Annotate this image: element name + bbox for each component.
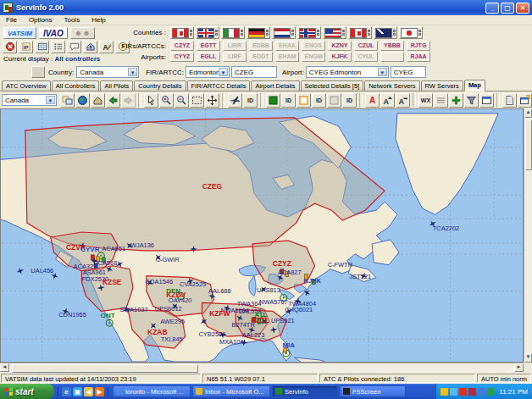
map-canvas[interactable]: UAL456ACA851WJA136C-GWIRDCA568ACA329ASA9… (0, 108, 524, 363)
fir-button-EGTT[interactable]: EGTT (197, 41, 220, 51)
disconnect-button[interactable] (3, 41, 17, 53)
id-button[interactable]: ID (281, 93, 296, 108)
flag-canada-button[interactable] (170, 26, 194, 39)
tray-phone-icon[interactable] (468, 388, 476, 396)
ivao-logo-button[interactable]: IVAO (39, 27, 68, 39)
square-gray-icon[interactable] (327, 93, 341, 108)
folder-icon[interactable]: ◀ (84, 387, 93, 396)
fir-button-RJTG[interactable]: RJTG (407, 41, 430, 51)
horizontal-scroll-thumb[interactable] (12, 364, 198, 373)
map-horizontal-scrollbar[interactable]: ◄ ► (0, 363, 524, 373)
id-button[interactable]: ID (243, 93, 258, 108)
start-button[interactable]: start (0, 384, 54, 399)
fir-button-YBBB[interactable]: YBBB (380, 41, 404, 51)
internet-explorer-icon[interactable]: e (62, 387, 71, 396)
arrow-left-icon[interactable] (106, 93, 120, 108)
scroll-down-icon[interactable]: ▼ (524, 353, 532, 363)
menu-options[interactable]: Options (23, 16, 58, 24)
zoom-in-icon[interactable] (159, 93, 174, 108)
scroll-up-icon[interactable]: ▲ (524, 108, 532, 118)
home-up-button[interactable] (83, 41, 97, 53)
tab-all-pilots[interactable]: All Pilots (100, 80, 133, 91)
globe-icon[interactable] (75, 93, 90, 108)
flag-netherlands-button[interactable] (272, 26, 296, 39)
airport-button-CYYZ[interactable]: CYYZ (170, 52, 194, 62)
tray-antivirus-icon[interactable] (459, 388, 467, 396)
tab-all-controllers[interactable]: All Controllers (52, 80, 100, 91)
flag-australia-button[interactable] (374, 26, 397, 39)
close-button[interactable]: ✕ (516, 3, 529, 14)
taskbar-window-fsscreen[interactable]: FSScreen (340, 385, 406, 397)
menu-tools[interactable]: Tools (58, 16, 86, 24)
tray-network-icon[interactable] (487, 388, 495, 396)
flag-germany-button[interactable] (247, 26, 270, 39)
airport-combo[interactable]: CYEG Edmonton▼ (306, 66, 389, 78)
vatsim-logo-button[interactable]: VATSIM (3, 27, 36, 39)
tray-messenger-icon[interactable] (450, 388, 457, 396)
chevron-down-icon[interactable]: ▼ (219, 68, 228, 76)
title-bar[interactable]: ServInfo 2.00 _ ▢ ✕ (0, 0, 532, 15)
doc-icon[interactable] (502, 93, 517, 108)
flag-usa-button[interactable] (323, 26, 346, 39)
chevron-down-icon[interactable]: ▼ (128, 68, 137, 76)
font-up-icon[interactable]: A (380, 93, 395, 108)
lock-button[interactable] (31, 66, 45, 78)
flag-canada-button[interactable] (348, 26, 372, 39)
tab-atc-overview[interactable]: ATC Overview (2, 80, 51, 91)
menu-file[interactable]: File (0, 16, 23, 24)
ip-button[interactable]: IP (19, 41, 33, 53)
square-green-icon[interactable] (266, 93, 280, 108)
chat-button[interactable] (67, 41, 81, 53)
font-red-icon[interactable]: A (365, 93, 380, 108)
map-region-combo[interactable]: Canada▼ (2, 94, 57, 106)
tray-users-icon[interactable] (478, 388, 485, 396)
fir-combo[interactable]: Edmonton▼ (186, 66, 230, 78)
font-down-icon[interactable]: A (396, 93, 410, 108)
list-button[interactable] (51, 41, 65, 53)
flag-italy-button[interactable] (221, 26, 245, 39)
id-button[interactable]: ID (312, 93, 326, 108)
taskbar-window-servinfo[interactable]: ServInfo (272, 385, 338, 397)
tab-selected-details-5-[interactable]: Selected Details [5] (301, 80, 364, 91)
grid-button[interactable] (35, 41, 49, 53)
flag-japan-button[interactable] (399, 26, 423, 39)
plane-icon[interactable] (228, 93, 242, 108)
media-player-icon[interactable]: ▶ (95, 387, 104, 396)
minimize-button[interactable]: _ (485, 3, 499, 14)
tab-fir-artcc-details[interactable]: FIR/ARTCC Details (187, 80, 251, 91)
wx-button[interactable]: WX (418, 93, 433, 108)
tab-country-details[interactable]: Country Details (134, 80, 186, 91)
map-vertical-scrollbar[interactable]: ▲ ▼ (524, 108, 532, 363)
label-edit-button[interactable]: A (99, 41, 114, 53)
fir-button-KZNY[interactable]: KZNY (328, 41, 352, 51)
funnel-icon[interactable] (464, 93, 479, 108)
tab-map[interactable]: Map (464, 80, 485, 91)
plus-green-icon[interactable] (449, 93, 463, 108)
window-new-icon[interactable] (518, 93, 532, 108)
restore-button[interactable]: ▢ (501, 3, 514, 14)
vertical-scroll-thumb[interactable] (525, 119, 532, 170)
taskbar-window-inbox-microsoft-o[interactable]: Inbox - Microsoft O... (192, 385, 270, 397)
tab-airport-details[interactable]: Airport Details (251, 80, 299, 91)
pan-icon[interactable] (205, 93, 219, 108)
fir-code-field[interactable]: CZEG (231, 66, 277, 78)
show-desktop-icon[interactable]: ▣ (73, 387, 82, 396)
chevron-down-icon[interactable]: ▼ (46, 96, 55, 104)
lines-icon[interactable] (434, 93, 448, 108)
airport-button-KJFK[interactable]: KJFK (328, 52, 352, 62)
flag-uk-button[interactable] (196, 26, 219, 39)
taskbar-window-toronto-microsoft[interactable]: toronto - Microsoft ... (113, 385, 191, 397)
tab-network-servers[interactable]: Network Servers (364, 80, 419, 91)
home-icon[interactable] (91, 93, 105, 108)
zoom-out-icon[interactable] (175, 93, 189, 108)
window-icon[interactable] (479, 93, 494, 108)
fir-button-CZYZ[interactable]: CZYZ (170, 41, 194, 51)
tab-rw-servers[interactable]: RW Servers (421, 80, 463, 91)
fir-button-CZUL[interactable]: CZUL (354, 41, 378, 51)
flag-norway-button[interactable] (297, 26, 321, 39)
airport-button-EGLL[interactable]: EGLL (197, 52, 220, 62)
scroll-left-icon[interactable]: ◄ (0, 363, 9, 372)
marquee-icon[interactable] (190, 93, 204, 108)
tray-shield-icon[interactable] (441, 388, 448, 396)
airport-button-RJAA[interactable]: RJAA (407, 52, 430, 62)
